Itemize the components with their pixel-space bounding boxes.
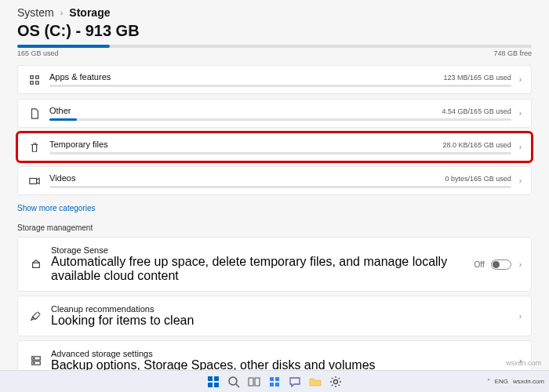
widgets-icon[interactable] xyxy=(265,373,284,390)
tray-text: wsxdn.com xyxy=(513,378,544,385)
mgmt-cleanup-recommendations[interactable]: Cleanup recommendationsLooking for items… xyxy=(17,296,532,336)
category-used: 28.0 KB/165 GB used xyxy=(443,141,511,149)
search-icon[interactable] xyxy=(224,373,243,390)
svg-point-14 xyxy=(229,377,237,385)
svg-rect-18 xyxy=(270,377,274,381)
mgmt-sub: Looking for items to clean xyxy=(51,314,511,328)
mgmt-storage-sense[interactable]: Storage SenseAutomatically free up space… xyxy=(17,237,532,292)
chevron-right-icon: › xyxy=(511,176,522,185)
category-bar xyxy=(49,85,511,87)
svg-rect-10 xyxy=(208,376,213,381)
mgmt-sub: Automatically free up space, delete temp… xyxy=(51,255,474,283)
category-bar xyxy=(49,118,511,121)
chevron-right-icon: › xyxy=(511,312,522,321)
system-tray[interactable]: ˄ ENG wsxdn.com xyxy=(487,370,544,392)
svg-rect-13 xyxy=(214,383,219,387)
svg-rect-21 xyxy=(275,383,279,387)
storage-category-temporary-files[interactable]: Temporary files28.0 KB/165 GB used› xyxy=(17,132,532,162)
category-used: 123 MB/165 GB used xyxy=(444,74,511,82)
tray-lang[interactable]: ENG xyxy=(495,378,508,385)
chevron-right-icon: › xyxy=(511,143,522,151)
chevron-right-icon: › xyxy=(511,260,522,269)
svg-rect-16 xyxy=(249,378,253,386)
toggle-state-label: Off xyxy=(474,260,491,269)
svg-rect-4 xyxy=(30,178,37,183)
drive-used-label: 165 GB used xyxy=(17,49,59,57)
mgmt-label: Storage Sense xyxy=(51,245,474,255)
svg-rect-0 xyxy=(31,75,34,78)
sense-icon xyxy=(27,259,45,270)
svg-line-15 xyxy=(236,384,239,387)
svg-point-8 xyxy=(34,358,35,358)
storage-category-videos[interactable]: Videos0 bytes/165 GB used› xyxy=(17,166,532,195)
category-bar xyxy=(49,186,511,188)
storage-category-other[interactable]: Other4.54 GB/165 GB used› xyxy=(17,99,532,128)
svg-rect-20 xyxy=(270,383,274,387)
chat-icon[interactable] xyxy=(285,373,304,390)
svg-rect-2 xyxy=(31,81,34,84)
category-label: Videos xyxy=(49,173,75,183)
drive-free-label: 748 GB free xyxy=(493,49,532,57)
svg-point-9 xyxy=(34,362,35,363)
doc-icon xyxy=(26,108,43,119)
start-button[interactable] xyxy=(204,373,223,390)
show-more-categories-link[interactable]: Show more categories xyxy=(17,204,96,212)
svg-rect-17 xyxy=(255,378,260,386)
category-used: 0 bytes/165 GB used xyxy=(445,175,511,183)
settings-icon[interactable] xyxy=(326,373,345,390)
trash-icon xyxy=(26,142,43,153)
drive-usage-bar xyxy=(17,45,532,48)
category-label: Apps & features xyxy=(49,72,111,82)
svg-rect-1 xyxy=(36,75,39,78)
chevron-right-icon: › xyxy=(511,109,522,118)
storage-sense-toggle[interactable] xyxy=(491,260,511,270)
breadcrumb-parent[interactable]: System xyxy=(17,6,54,19)
breadcrumb[interactable]: System › Storage xyxy=(17,6,532,19)
taskbar[interactable]: ˄ ENG wsxdn.com xyxy=(0,370,549,392)
category-bar xyxy=(49,152,511,154)
tray-chevron-up-icon[interactable]: ˄ xyxy=(487,378,490,385)
file-explorer-icon[interactable] xyxy=(306,373,325,390)
broom-icon xyxy=(27,310,45,321)
svg-rect-11 xyxy=(214,376,219,381)
apps-icon xyxy=(26,74,43,85)
video-icon xyxy=(26,176,43,187)
svg-rect-5 xyxy=(33,263,40,267)
watermark: wsxdn.com xyxy=(506,359,541,367)
svg-point-22 xyxy=(334,379,338,383)
mgmt-label: Advanced storage settings xyxy=(51,349,511,358)
svg-rect-12 xyxy=(208,383,213,387)
chevron-right-icon: › xyxy=(511,75,522,84)
storage-category-apps-features[interactable]: Apps & features123 MB/165 GB used› xyxy=(17,65,532,94)
svg-rect-19 xyxy=(275,377,279,381)
chevron-right-icon: › xyxy=(60,8,64,17)
advanced-icon xyxy=(27,355,45,366)
drive-title: OS (C:) - 913 GB xyxy=(17,22,532,40)
svg-rect-3 xyxy=(36,81,39,84)
category-label: Other xyxy=(49,106,71,115)
task-view-icon[interactable] xyxy=(245,373,264,390)
storage-management-heading: Storage management xyxy=(17,223,532,232)
mgmt-label: Cleanup recommendations xyxy=(51,304,511,314)
breadcrumb-current: Storage xyxy=(69,6,110,19)
category-label: Temporary files xyxy=(49,140,108,149)
category-used: 4.54 GB/165 GB used xyxy=(442,107,511,115)
